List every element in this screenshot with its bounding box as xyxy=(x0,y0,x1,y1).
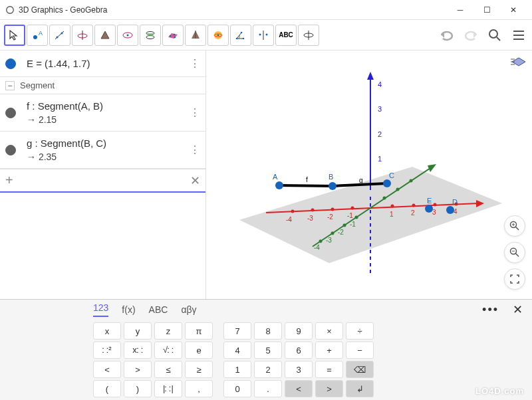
item-menu-icon[interactable]: ⋮ xyxy=(190,106,200,119)
perpendicular-tool[interactable] xyxy=(72,25,93,46)
svg-point-16 xyxy=(174,36,176,38)
svg-point-57 xyxy=(351,207,354,210)
move-tool[interactable] xyxy=(4,25,25,46)
sphere-tool[interactable] xyxy=(207,25,229,46)
redo-button[interactable] xyxy=(462,26,480,45)
line-tool[interactable] xyxy=(49,25,70,46)
zoom-out-button[interactable] xyxy=(504,242,525,263)
fullscreen-button[interactable] xyxy=(504,268,525,290)
key-enter[interactable]: ↲ xyxy=(346,380,374,397)
algebra-input[interactable] xyxy=(24,171,190,191)
key-5[interactable]: 5 xyxy=(254,342,282,359)
key-backspace[interactable]: ⌫ xyxy=(346,361,374,378)
graphics-style-bar-toggle[interactable] xyxy=(508,53,529,72)
zoom-controls xyxy=(504,215,525,290)
svg-point-84 xyxy=(329,182,336,190)
menu-button[interactable] xyxy=(509,26,528,45)
key-eq[interactable]: = xyxy=(315,361,343,378)
svg-point-14 xyxy=(170,35,172,37)
key-div[interactable]: ÷ xyxy=(346,322,374,340)
keyboard-close-icon[interactable]: ✕ xyxy=(513,302,523,317)
app-icon xyxy=(5,5,15,15)
svg-point-23 xyxy=(243,37,245,39)
graphics-3d-canvas[interactable]: 4 3 2 1 -4 -3 -2 -1 1 2 3 4 -4 -3 -2 -1 xyxy=(206,50,532,299)
search-button[interactable] xyxy=(485,26,504,45)
plane-tool[interactable] xyxy=(162,25,184,46)
svg-point-75 xyxy=(355,216,358,219)
key-6[interactable]: 6 xyxy=(285,342,313,359)
svg-text:3: 3 xyxy=(378,105,382,113)
circle-tool[interactable] xyxy=(117,25,138,46)
key-square[interactable]: ⸬² xyxy=(93,342,121,359)
kb-tab-123[interactable]: 123 xyxy=(93,302,108,317)
item-menu-icon[interactable]: ⋮ xyxy=(190,144,200,156)
svg-text:-4: -4 xyxy=(314,244,320,251)
kb-tab-greek[interactable]: αβγ xyxy=(181,304,196,315)
visibility-toggle-icon[interactable] xyxy=(5,58,16,69)
key-9[interactable]: 9 xyxy=(285,322,313,340)
key-power[interactable]: x⸬ xyxy=(124,342,152,359)
algebra-item-point-e[interactable]: E = (1.44, 1.7) ⋮ xyxy=(0,50,205,77)
svg-text:1: 1 xyxy=(378,155,382,163)
key-lparen[interactable]: ( xyxy=(93,380,121,397)
svg-point-4 xyxy=(57,36,59,38)
key-z[interactable]: z xyxy=(154,322,182,340)
key-e[interactable]: e xyxy=(185,342,213,359)
key-pi[interactable]: π xyxy=(185,322,213,340)
visibility-toggle-icon[interactable] xyxy=(5,108,16,118)
key-lt[interactable]: < xyxy=(93,361,121,378)
key-comma[interactable]: , xyxy=(185,380,213,397)
minimize-button[interactable]: ─ xyxy=(447,1,473,19)
item-menu-icon[interactable]: ⋮ xyxy=(190,57,200,70)
key-plus[interactable]: + xyxy=(315,342,343,359)
keyboard-more-icon[interactable]: ••• xyxy=(482,303,499,317)
key-mult[interactable]: × xyxy=(315,322,343,340)
svg-point-61 xyxy=(412,204,416,207)
close-button[interactable]: ✕ xyxy=(500,1,527,19)
undo-button[interactable] xyxy=(438,26,456,45)
key-sqrt[interactable]: √⸬ xyxy=(154,342,182,359)
key-gt[interactable]: > xyxy=(124,361,152,378)
key-minus[interactable]: − xyxy=(346,342,374,359)
svg-point-86 xyxy=(383,179,391,187)
reflect-tool[interactable] xyxy=(253,25,274,46)
algebra-input-row[interactable]: + ✕ xyxy=(0,169,205,193)
zoom-in-button[interactable] xyxy=(504,215,525,237)
key-4[interactable]: 4 xyxy=(223,342,251,359)
svg-text:g: g xyxy=(359,177,363,184)
key-7[interactable]: 7 xyxy=(223,322,251,340)
key-x[interactable]: x xyxy=(93,322,121,340)
polygon-tool[interactable] xyxy=(94,25,116,46)
text-tool[interactable]: ABC xyxy=(275,25,297,46)
key-left[interactable]: < xyxy=(285,380,313,397)
algebra-item-segment-g[interactable]: g : Segment(B, C) → 2.35 ⋮ xyxy=(0,132,205,169)
visibility-toggle-icon[interactable] xyxy=(5,145,16,155)
virtual-keyboard: 123 f(x) ABC αβγ ••• ✕ x ⸬² < ( y x⸬ > )… xyxy=(0,299,532,400)
maximize-button[interactable]: ☐ xyxy=(473,1,500,19)
graphics-3d-view[interactable]: 4 3 2 1 -4 -3 -2 -1 1 2 3 4 -4 -3 -2 -1 xyxy=(206,50,532,299)
kb-tab-abc[interactable]: ABC xyxy=(149,304,168,315)
point-tool[interactable]: A xyxy=(27,25,48,46)
rotate-view-tool[interactable] xyxy=(298,25,319,46)
intersect-tool[interactable] xyxy=(140,25,161,46)
algebra-item-segment-f[interactable]: f : Segment(A, B) → 2.15 ⋮ xyxy=(0,94,205,132)
key-8[interactable]: 8 xyxy=(254,322,282,340)
key-rparen[interactable]: ) xyxy=(124,380,152,397)
key-3[interactable]: 3 xyxy=(285,361,313,378)
collapse-icon[interactable]: − xyxy=(5,81,15,90)
kb-tab-fx[interactable]: f(x) xyxy=(122,304,135,315)
key-0[interactable]: 0 xyxy=(223,380,251,397)
pyramid-tool[interactable] xyxy=(185,25,206,46)
key-1[interactable]: 1 xyxy=(223,361,251,378)
key-ge[interactable]: ≥ xyxy=(185,361,213,378)
key-right[interactable]: > xyxy=(315,380,343,397)
key-abs[interactable]: |⸬| xyxy=(154,380,182,397)
key-2[interactable]: 2 xyxy=(254,361,282,378)
angle-tool[interactable] xyxy=(230,25,251,46)
key-y[interactable]: y xyxy=(124,322,152,340)
key-le[interactable]: ≤ xyxy=(154,361,182,378)
key-dot[interactable]: . xyxy=(254,380,282,397)
svg-marker-68 xyxy=(428,164,436,172)
algebra-section-segment[interactable]: − Segment xyxy=(0,77,205,94)
clear-input-icon[interactable]: ✕ xyxy=(190,173,200,188)
